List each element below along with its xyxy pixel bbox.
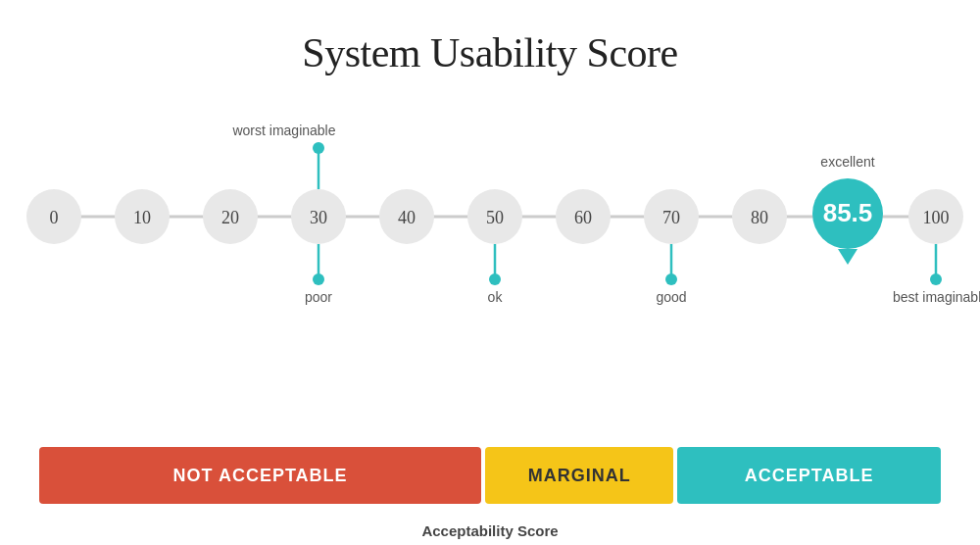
page-title: System Usability Score [0,0,980,76]
svg-point-18 [489,273,501,285]
svg-text:100: 100 [923,208,950,227]
svg-text:30: 30 [310,208,327,227]
svg-point-24 [665,273,677,285]
svg-text:60: 60 [574,208,592,227]
svg-text:best imaginable: best imaginable [893,289,980,305]
svg-text:ok: ok [488,289,504,305]
svg-text:poor: poor [305,289,332,305]
bar-marginal: MARGINAL [485,447,673,504]
svg-text:excellent: excellent [820,154,874,170]
svg-text:worst imaginable: worst imaginable [231,123,335,138]
svg-marker-29 [838,249,858,265]
chart-svg: 0 10 20 30 40 50 60 70 80 [0,106,980,322]
svg-text:80: 80 [751,208,768,227]
chart-area: 0 10 20 30 40 50 60 70 80 [0,106,980,322]
svg-point-33 [930,273,942,285]
svg-text:20: 20 [221,208,239,227]
svg-text:0: 0 [50,208,59,227]
svg-text:10: 10 [133,208,151,227]
acceptability-label: Acceptability Score [0,522,980,539]
bars-container: NOT ACCEPTABLE MARGINAL ACCEPTABLE [39,447,941,504]
svg-point-12 [313,273,324,285]
svg-text:50: 50 [486,208,504,227]
bar-acceptable: ACCEPTABLE [677,447,941,504]
svg-text:85.5: 85.5 [823,198,873,227]
svg-text:40: 40 [398,208,416,227]
svg-point-10 [313,142,324,154]
svg-text:70: 70 [662,208,680,227]
svg-text:good: good [656,289,686,305]
bar-not-acceptable: NOT ACCEPTABLE [39,447,481,504]
